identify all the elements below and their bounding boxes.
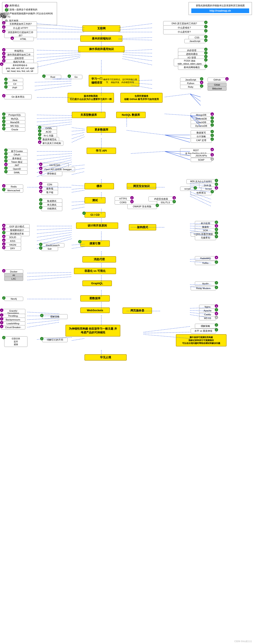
repo-hosting-node: 仓库托管服务 创建 GitHub 账号并学习如何使用 — [120, 93, 163, 103]
svg-line-50 — [72, 128, 84, 129]
throttling-node: Throttling- — [1, 314, 25, 318]
scaling-check: ✓ — [215, 323, 218, 327]
unit-test-check: ✓ — [39, 202, 43, 206]
go-check: ✓ — [68, 74, 71, 78]
svg-line-76 — [72, 185, 84, 186]
mitigation-check: ✓ — [40, 314, 44, 317]
bitbucket-node: Bitbucket — [207, 86, 226, 91]
mssql-check: ✓ — [2, 123, 6, 127]
instruments-check: ✓ — [2, 336, 6, 339]
svg-line-90 — [72, 207, 84, 209]
redis-check: ● — [2, 184, 6, 188]
soap-check: ● — [210, 157, 214, 161]
javascript-check: ✓ — [204, 38, 207, 42]
relational-db-node: 关系型数据库 — [72, 112, 106, 118]
solr-node: Solr — [41, 247, 58, 251]
integration-check: ✓ — [39, 198, 43, 202]
legend-icon-gray-check: ✓ — [5, 12, 8, 16]
auth-node: 身份验证 — [41, 171, 62, 176]
build-scalable-node: 为伸缩性而构建 你应该学习一般主题 并考虑产品的可持续性 — [66, 325, 120, 336]
how-internet-check: ● — [2, 21, 6, 24]
svg-line-32 — [165, 94, 190, 97]
neo4j-check: ✓ — [2, 296, 6, 300]
hateoas-node: HATEOAS — [41, 163, 69, 167]
build-scalable-title: 为伸缩性而构建 你应该学习一般主题 并考虑产品的可持续性 — [68, 327, 118, 334]
saml-node: SAML — [6, 170, 28, 174]
kiss-check: ● — [2, 238, 6, 242]
dns-check: ✓ — [204, 21, 207, 24]
svg-line-51 — [72, 130, 84, 131]
svg-line-127 — [28, 312, 59, 314]
basic-network-check: ✓ — [204, 64, 207, 68]
svg-line-89 — [72, 204, 84, 206]
svg-line-2 — [37, 28, 84, 30]
cors-node: CORS — [115, 200, 132, 204]
info-box-text: 获取此路线图的详细版本以及资源和其它路线图 — [191, 4, 249, 7]
observability-node: 脑中保持可观测性而构建 指标记录和其它可观测项目 可以在出现问题时帮助你调试和解… — [176, 334, 226, 346]
github-node: GitHub — [207, 78, 226, 82]
scrypt-check: ✓ — [194, 186, 197, 190]
legend-icon-green: ✓ — [5, 8, 8, 12]
https-check: ● — [130, 196, 134, 200]
cqrs-check: ✓ — [215, 231, 218, 235]
kafka-node: Kafka — [195, 261, 216, 265]
svg-line-24 — [35, 83, 72, 86]
svg-line-39 — [37, 118, 72, 118]
basic-terminal-check: ● — [0, 62, 3, 66]
memcached-check: ✓ — [2, 188, 6, 191]
testing-node: 测试 — [84, 197, 106, 204]
javascript-node: JavaScript — [184, 39, 205, 43]
soa-check: ✓ — [215, 228, 218, 231]
solr-check: ✓ — [39, 246, 43, 250]
couchdb-check: ✓ — [210, 120, 214, 123]
svg-line-12 — [37, 50, 80, 51]
https-node: HTTPS — [115, 196, 132, 201]
more-db-node: 更多数据库 — [87, 126, 116, 133]
svg-line-67 — [131, 152, 165, 154]
graph-db-node: 图数据库 — [80, 295, 110, 302]
svg-line-4 — [118, 24, 152, 28]
memory-check: ✓ — [204, 48, 207, 51]
bcrypt-node: bcrypt — [201, 186, 216, 191]
svg-line-115 — [28, 277, 72, 280]
relay-check: ✓ — [215, 286, 218, 289]
svg-line-26 — [53, 79, 72, 80]
dynamodb-check: ✓ — [210, 123, 214, 127]
backpressure-node: Backpressure- — [1, 318, 25, 322]
svg-line-17 — [122, 50, 152, 51]
func-test-node: 功能测试 — [41, 206, 62, 211]
mongodb-check: ● — [210, 112, 214, 116]
svg-line-44 — [165, 114, 190, 116]
search-engine-node: 搜索引擎 — [80, 240, 110, 247]
os-general-node: 操作系统和通用知识 — [78, 46, 125, 52]
token-check: ✓ — [4, 159, 8, 162]
owasp-node: OWASP 安全风险 — [127, 204, 157, 209]
svg-line-113 — [28, 272, 72, 273]
svg-line-86 — [190, 196, 211, 206]
caddy-node: Caddy — [199, 312, 216, 316]
svg-line-40 — [37, 120, 72, 122]
svg-line-61 — [37, 154, 72, 156]
svg-line-78 — [72, 190, 84, 192]
solid-node: SOLID — [4, 235, 21, 239]
info-box: 获取此路线图的详细版本以及资源和其它路线图 http://roadmap.sh — [188, 2, 252, 15]
svg-line-137 — [72, 338, 84, 340]
svg-line-62 — [37, 156, 72, 160]
serverless-check: ✓ — [215, 235, 218, 238]
single-app-check: ✓ — [215, 220, 218, 224]
svg-line-85 — [190, 194, 211, 203]
cicd-node: CI / CD — [84, 212, 106, 218]
csharp-check: ✓ — [4, 82, 8, 85]
json-apis-node: JSON APIs — [191, 154, 212, 158]
soap-node: SOAP — [191, 158, 212, 162]
rabbitmq-node: RabbitMQ — [195, 256, 216, 260]
svg-line-15 — [37, 56, 80, 62]
svg-line-9 — [118, 38, 152, 38]
legend-item-personal: ● 个人推荐/观点 — [5, 4, 54, 7]
url-button[interactable]: http://roadmap.sh — [191, 8, 249, 13]
basic-terminal-node: 基本的终端命令 grep, awk, sed, lsof, curl, wget… — [2, 63, 38, 74]
postgresql-check: ✓ — [2, 112, 6, 116]
os-how-check: ● — [2, 52, 6, 55]
rabbitmq-check: ● — [215, 256, 218, 259]
solid-check: ● — [2, 235, 6, 238]
